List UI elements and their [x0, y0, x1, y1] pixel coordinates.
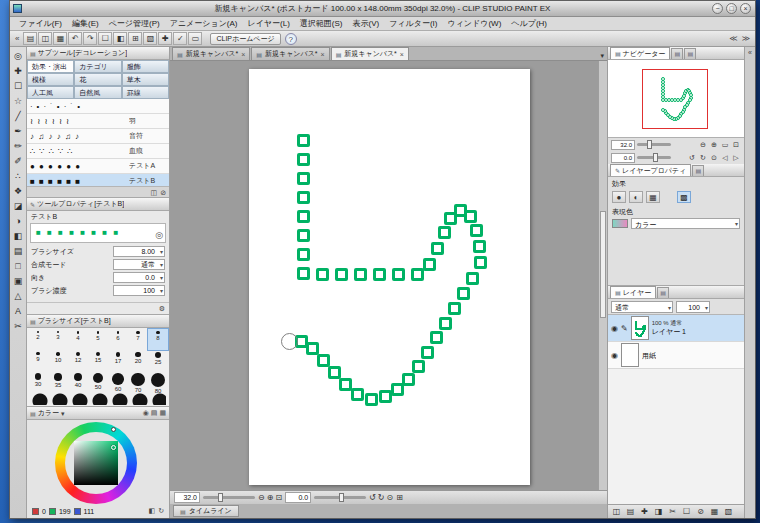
layer-action-icon[interactable]: ◨ — [652, 506, 665, 518]
brush-size-cell-9[interactable]: 9 — [28, 350, 48, 371]
sv-marker[interactable] — [111, 445, 116, 450]
brush-size-cell-40[interactable]: 40 — [68, 371, 88, 392]
layer-row[interactable]: ◉ 用紙 — [608, 342, 744, 369]
brush-size-cell-5[interactable]: 5 — [88, 329, 108, 350]
command-icon[interactable]: ✚ — [158, 32, 172, 45]
zoom-button-icon[interactable]: ⊡ — [275, 492, 282, 504]
command-icon[interactable]: ▭ — [188, 32, 202, 45]
zoom-value[interactable]: 32.0 — [174, 492, 200, 503]
visibility-eye-icon[interactable]: ◉ — [611, 351, 618, 360]
brush-size-cell-10[interactable]: 10 — [48, 350, 68, 371]
tab-item-bank[interactable]: ▤ — [684, 48, 696, 59]
command-icon[interactable]: ◧ — [113, 32, 127, 45]
density-value[interactable]: 100 ▾ — [113, 285, 165, 296]
navigator-zoom-icon[interactable]: ⊖ — [698, 141, 708, 149]
layer-row-selected[interactable]: ◉ ✎ 100 % 通常 レイヤー 1 — [608, 315, 744, 342]
slider-thumb[interactable] — [218, 493, 223, 502]
timeline-tab[interactable]: ▤ タイムライン — [173, 505, 239, 517]
command-icon[interactable]: ☐ — [98, 32, 112, 45]
command-icon[interactable]: ↷ — [83, 32, 97, 45]
color-palette-tab-icon[interactable]: ▦ — [159, 409, 166, 417]
command-icon[interactable]: ↶ — [68, 32, 82, 45]
brush-tool[interactable]: ✐ — [11, 154, 26, 169]
tab-layer-search[interactable]: ▤ — [657, 287, 669, 298]
caret-down-icon[interactable]: ▾ — [61, 409, 65, 418]
zoom-tool[interactable]: ◎ — [11, 49, 26, 64]
title-bar[interactable]: 新規キャンバス* (ポストカード 100.00 x 148.00mm 350dp… — [10, 1, 755, 17]
pencil-tool[interactable]: ✏ — [11, 139, 26, 154]
zoom-slider[interactable] — [203, 496, 255, 499]
category-tab[interactable]: カテゴリ — [74, 60, 121, 73]
fit-view-icon[interactable]: ⊞ — [396, 492, 403, 504]
command-icon[interactable]: ◫ — [38, 32, 52, 45]
command-icon[interactable]: ✓ — [173, 32, 187, 45]
category-tab[interactable]: 効果・演出 — [27, 60, 74, 73]
navigator-zoom-slider[interactable] — [637, 143, 671, 146]
visibility-eye-icon[interactable]: ◉ — [611, 324, 618, 333]
navigator-zoom-icon[interactable]: ⊡ — [731, 141, 741, 149]
menu-item[interactable]: 選択範囲(S) — [295, 18, 348, 29]
slider-thumb[interactable] — [653, 153, 658, 162]
brush-size-cell-3[interactable]: 3 — [48, 329, 68, 350]
navigator-rotate-icon[interactable]: ◁ — [720, 154, 730, 162]
tab-list-caret-icon[interactable]: ▾ — [600, 52, 604, 60]
category-tab[interactable]: 罫線 — [122, 86, 169, 99]
brush-size-cell-6[interactable]: 6 — [108, 329, 128, 350]
category-tab[interactable]: 模様 — [27, 73, 74, 86]
caret-down-icon[interactable]: ▾ — [160, 261, 163, 270]
command-icon[interactable]: ▤ — [23, 32, 37, 45]
zoom-button-icon[interactable]: ⊖ — [258, 492, 265, 504]
navigator-rotate-icon[interactable]: ↺ — [687, 154, 697, 162]
effect-icon[interactable]: ◐ — [629, 191, 643, 203]
preview-target-icon[interactable]: ◎ — [155, 226, 163, 243]
auto-select-tool[interactable]: ☆ — [11, 94, 26, 109]
brush-size-cell-17[interactable]: 17 — [108, 350, 128, 371]
layer-action-icon[interactable]: ▤ — [624, 506, 637, 518]
eyedropper-tool[interactable]: ╱ — [11, 109, 26, 124]
rotation-slider[interactable] — [314, 496, 366, 499]
command-icon[interactable]: ▧ — [143, 32, 157, 45]
rotate-button-icon[interactable]: ↻ — [378, 492, 385, 504]
brush-size-value[interactable]: 8.00 ▾ — [113, 246, 165, 257]
direction-value[interactable]: 0.0 ▾ — [113, 272, 165, 283]
document-tab[interactable]: ▤ 新規キャンバス* × — [251, 47, 329, 60]
hue-marker[interactable] — [111, 427, 116, 432]
blend-mode-value[interactable]: 通常 ▾ — [113, 259, 165, 270]
clip-homepage-button[interactable]: CLIPホームページ — [210, 33, 280, 45]
brush-row[interactable]: ∴ ∵ ∴ ∵ ∴ 血痕 — [27, 144, 169, 159]
document-tab[interactable]: ▤ 新規キャンバス* × — [172, 47, 250, 60]
navigator-rotation-slider[interactable] — [637, 156, 671, 159]
command-icon[interactable]: ▦ — [53, 32, 67, 45]
move-tool[interactable]: ✚ — [11, 64, 26, 79]
tab-navigator[interactable]: ▤ ナビゲーター — [610, 47, 670, 59]
text-tool[interactable]: A — [11, 304, 26, 319]
color-option-icon[interactable]: ↻ — [158, 507, 164, 515]
tab-stub[interactable]: ▤ — [692, 165, 704, 176]
brush-size-cell-25[interactable]: 25 — [148, 350, 168, 371]
help-icon[interactable]: ? — [285, 33, 297, 45]
brush-size-cell-60[interactable]: 60 — [108, 371, 128, 392]
category-tab[interactable]: 花 — [74, 73, 121, 86]
document-tab-active[interactable]: ▤ 新規キャンバス* × — [331, 47, 409, 60]
navigator-rotate-icon[interactable]: ↻ — [698, 154, 708, 162]
expression-color-select[interactable]: カラー ▾ — [631, 218, 740, 229]
layer-action-icon[interactable]: ⊘ — [694, 506, 707, 518]
color-header[interactable]: ▤ カラー ▾ ◉▤▦ — [27, 407, 169, 420]
brush-size-cell-2[interactable]: 2 — [28, 329, 48, 350]
brush-size-cell-7[interactable]: 7 — [128, 329, 148, 350]
tab-close-icon[interactable]: × — [241, 51, 245, 58]
brush-size-cell-80[interactable]: 80 — [148, 371, 168, 392]
navigator-thumbnail[interactable] — [608, 60, 744, 138]
navigator-rotation-value[interactable]: 0.0 — [611, 153, 635, 163]
layer-opacity-field[interactable]: 100 ▾ — [676, 301, 710, 313]
vertical-scrollbar[interactable] — [598, 61, 607, 490]
rotate-button-icon[interactable]: ⊙ — [387, 492, 394, 504]
rotate-button-icon[interactable]: ↺ — [369, 492, 376, 504]
navigator-zoom-value[interactable]: 32.0 — [611, 140, 635, 150]
navigator-rotate-icon[interactable]: ⊙ — [709, 154, 719, 162]
blend-tool[interactable]: ◑ — [11, 214, 26, 229]
close-button[interactable]: × — [740, 3, 751, 14]
frame-tool[interactable]: ▣ — [11, 274, 26, 289]
category-tab[interactable]: 人工風 — [27, 86, 74, 99]
figure-tool[interactable]: □ — [11, 259, 26, 274]
